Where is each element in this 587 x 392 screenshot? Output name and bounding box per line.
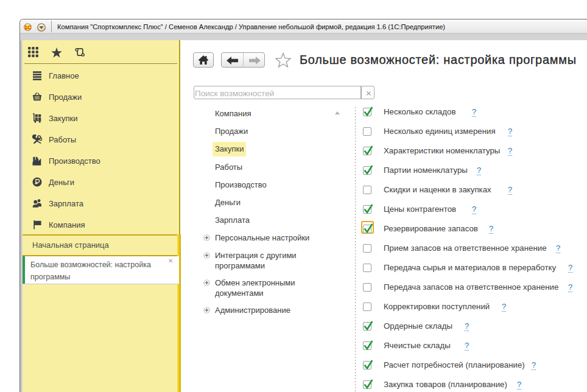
svg-text:1С: 1С	[24, 24, 31, 30]
